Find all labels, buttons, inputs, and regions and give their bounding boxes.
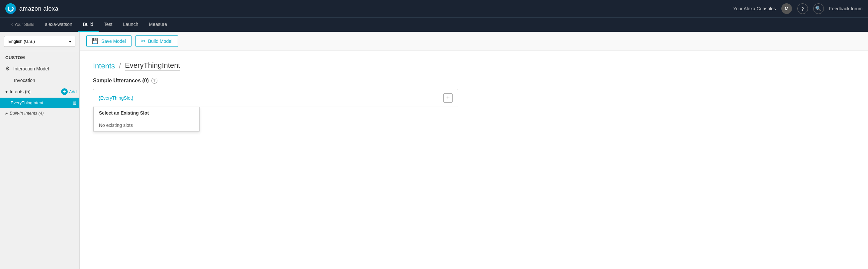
add-label: Add — [69, 89, 77, 94]
slot-dropdown-empty: No existing slots — [94, 119, 199, 131]
utterance-input-area: + Select an Existing Slot No existing sl… — [93, 89, 458, 107]
help-icon[interactable]: ? — [797, 3, 808, 14]
sidebar: English (U.S.) CUSTOM ⚙ Interaction Mode… — [0, 32, 80, 269]
intent-name: EveryThingIntent — [11, 100, 43, 105]
nav-left: amazon alexa — [5, 3, 58, 14]
sample-utterances-label: Sample Utterances (0) — [93, 78, 149, 84]
language-selector[interactable]: English (U.S.) — [0, 32, 80, 51]
breadcrumb-current-intent: EveryThingIntent — [125, 61, 180, 71]
toolbar: 💾 Save Model ✂ Build Model — [80, 32, 868, 51]
nav-right: Your Alexa Consoles M ? 🔍 Feedback forum — [733, 3, 863, 14]
search-icon[interactable]: 🔍 — [813, 3, 824, 14]
sidebar-builtin-intents[interactable]: ▸ Built-In Intents (4) — [0, 108, 80, 118]
interaction-model-label: Interaction Model — [13, 66, 49, 71]
language-dropdown[interactable]: English (U.S.) — [4, 36, 75, 47]
sidebar-section-custom: CUSTOM — [0, 51, 80, 62]
your-consoles-label: Your Alexa Consoles — [733, 6, 776, 11]
right-panel: 💾 Save Model ✂ Build Model Intents / Eve… — [80, 32, 868, 269]
nav-launch[interactable]: Launch — [118, 18, 144, 32]
delete-intent-icon[interactable]: 🗑 — [72, 100, 77, 105]
skill-name-label[interactable]: alexa-watson — [39, 18, 78, 32]
build-model-label: Build Model — [148, 38, 172, 44]
nav-measure[interactable]: Measure — [144, 18, 172, 32]
sidebar-item-interaction-model[interactable]: ⚙ Interaction Model — [0, 62, 80, 75]
chevron-down-icon — [69, 39, 71, 44]
build-icon: ✂ — [141, 38, 146, 44]
language-label: English (U.S.) — [8, 39, 35, 44]
sidebar-intents-group[interactable]: ▾ Intents (5) + Add — [0, 86, 80, 98]
sidebar-item-invocation[interactable]: Invocation — [0, 75, 80, 86]
user-avatar[interactable]: M — [781, 3, 792, 14]
add-intent-button[interactable]: + Add — [61, 88, 77, 95]
slot-dropdown-header: Select an Existing Slot — [94, 107, 199, 119]
nav-build[interactable]: Build — [78, 18, 99, 32]
intents-label: Intents (5) — [10, 89, 31, 94]
utterance-input-row: + — [93, 89, 458, 107]
chevron-down-icon: ▾ — [5, 89, 8, 94]
main-layout: English (U.S.) CUSTOM ⚙ Interaction Mode… — [0, 32, 868, 269]
save-icon: 💾 — [92, 38, 99, 44]
alexa-logo-icon — [5, 3, 16, 14]
logo-area: amazon alexa — [5, 3, 58, 14]
add-circle-icon: + — [61, 88, 68, 95]
builtin-intents-label: Built-In Intents (4) — [10, 111, 44, 116]
breadcrumb-separator: / — [119, 62, 121, 70]
save-model-label: Save Model — [101, 38, 126, 44]
main-content: Intents / EveryThingIntent Sample Uttera… — [80, 51, 868, 269]
slot-dropdown: Select an Existing Slot No existing slot… — [93, 107, 199, 131]
nav-test[interactable]: Test — [99, 18, 118, 32]
utterances-help-icon[interactable]: ? — [151, 78, 157, 84]
sample-utterances-title: Sample Utterances (0) ? — [93, 78, 855, 84]
chevron-right-icon: ▸ — [5, 111, 8, 116]
save-model-button[interactable]: 💾 Save Model — [86, 35, 131, 47]
back-to-skills[interactable]: < Your Skills — [5, 18, 39, 32]
second-nav: < Your Skills alexa-watson Build Test La… — [0, 17, 868, 32]
interaction-model-icon: ⚙ — [5, 65, 10, 72]
breadcrumb: Intents / EveryThingIntent — [93, 61, 855, 71]
sidebar-item-everythingintent[interactable]: EveryThingIntent 🗑 — [0, 98, 80, 108]
feedback-link[interactable]: Feedback forum — [829, 6, 863, 11]
utterance-input[interactable] — [99, 95, 443, 101]
logo-text: amazon alexa — [19, 5, 58, 12]
invocation-label: Invocation — [14, 78, 35, 83]
breadcrumb-intents-link[interactable]: Intents — [93, 62, 115, 70]
intents-label-group: ▾ Intents (5) — [5, 89, 31, 94]
build-model-button[interactable]: ✂ Build Model — [135, 35, 178, 47]
logo-ring — [8, 6, 13, 11]
add-utterance-button[interactable]: + — [443, 93, 453, 102]
top-nav: amazon alexa Your Alexa Consoles M ? 🔍 F… — [0, 0, 868, 17]
